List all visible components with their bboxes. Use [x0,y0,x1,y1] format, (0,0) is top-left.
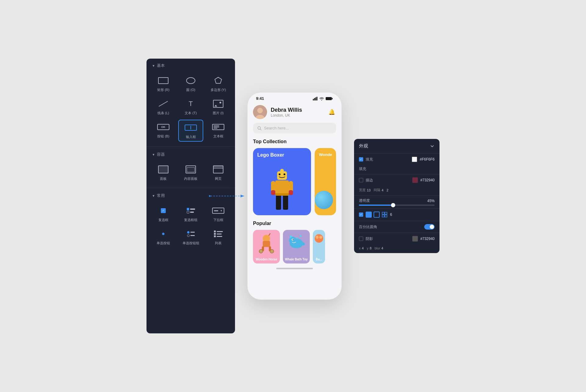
card-lego-title: Lego Boxer [257,152,284,158]
section-basic[interactable]: ▼ 基本 [146,59,235,71]
profile-row: Debra Willis London, UK 🔔 [253,102,336,123]
tool-image[interactable]: 图片 (I) [206,96,231,117]
radio-label: 单选按钮 [157,241,170,245]
section-basic-label: 基本 [157,63,165,68]
card-wonder-title: Wonde [319,152,332,157]
popular-section: Popular [253,221,336,263]
svg-point-32 [259,249,263,253]
svg-rect-8 [332,98,333,99]
fill-checkbox[interactable] [359,157,363,162]
top-collection-title: Top Collection [253,139,336,144]
svg-rect-45 [382,215,384,217]
square-icon[interactable] [366,212,372,218]
tool-checkbox-group[interactable]: 复选框组 [178,203,203,224]
tool-radio-group[interactable]: 单选按钮组 [178,227,203,247]
tool-textarea[interactable]: 文本框 [206,120,231,142]
collection-card-lego[interactable]: Lego Boxer [253,148,311,215]
tool-list[interactable]: 列表 [206,227,231,247]
tool-circle[interactable]: 圆 (O) [178,73,203,94]
radio-group-icon [184,228,197,239]
shadow-sub-props: x 4 y 8 blur 4 [354,245,440,253]
svg-point-10 [257,108,263,113]
checkbox-label: 复选框 [158,218,168,222]
svg-line-13 [260,129,262,130]
button-label: 按钮 (B) [157,134,169,139]
tool-polygon[interactable]: 多边形 (Y) [206,73,231,94]
tool-radio[interactable]: 单选按钮 [151,227,176,247]
corner-value: 6 [390,212,392,217]
panel-label: 面板 [160,176,167,181]
shadow-label: 阴影 [366,236,410,241]
textarea-icon [212,122,225,132]
tool-text[interactable]: T 文本 (T) [178,96,203,117]
fill-color-swatch[interactable] [412,157,417,162]
tool-panel[interactable]: 面板 [151,162,176,183]
shadow-checkbox[interactable] [359,237,363,241]
status-icons [313,97,333,100]
fill-value: #F6F6F6 [420,157,435,162]
rect-label: 矩形 (R) [157,88,169,92]
svg-rect-22 [289,190,293,195]
shadow-color-swatch[interactable] [412,236,418,241]
line-icon [157,98,170,109]
image-label: 图片 (I) [213,111,223,115]
popular-card-whale[interactable]: Whale Bath Toy [283,230,310,263]
webpage-label: 网页 [215,176,222,181]
phone-frame: 9:41 [247,92,342,300]
opacity-slider[interactable] [359,205,435,206]
stroke-checkbox[interactable] [359,178,363,182]
bell-icon[interactable]: 🔔 [327,108,336,116]
corner-checkbox[interactable] [359,212,363,217]
opacity-slider-thumb[interactable] [391,203,395,207]
svg-rect-6 [317,97,317,100]
home-indicator [276,268,313,269]
stroke-color-swatch[interactable] [412,177,418,183]
tool-line[interactable]: 线条 (L) [151,96,176,117]
svg-point-40 [315,234,323,243]
tool-button[interactable]: OK 按钮 (B) [151,120,176,142]
opacity-value: 45% [427,199,435,203]
stroke-sub-props: 宽度 13 间隔 4 2 [354,186,440,195]
phone-time: 9:41 [256,96,264,101]
circle-icon [184,75,197,86]
corner-icon[interactable] [374,212,380,218]
expand-icon[interactable] [382,212,388,218]
right-panel-title: 外观 [359,143,368,149]
percent-corner-toggle[interactable] [424,224,435,230]
tool-checkbox[interactable]: 复选框 [151,203,176,224]
svg-rect-5 [315,97,316,100]
chevron-down-icon[interactable] [430,144,435,149]
signal-icon [313,97,318,100]
stroke-gap-label: 间隔 [374,188,380,192]
svg-point-38 [290,235,292,238]
search-bar[interactable]: Search here... [253,123,336,133]
tool-content-panel[interactable]: 内容面板 [178,162,203,183]
input-icon [184,122,197,133]
chevron-icon-container: ▼ [152,153,155,156]
popular-row: Wooden Horse [253,230,336,263]
opacity-label: 透明度 [359,198,427,203]
popular-card-third[interactable]: Ba... [313,230,325,263]
text-label: 文本 (T) [185,111,197,115]
right-panel-header: 外观 [354,139,440,153]
opacity-row: 透明度 45% [354,196,440,208]
collection-card-wonder[interactable]: Wonde [315,148,336,215]
svg-rect-23 [276,194,281,210]
tool-input[interactable]: 输入框 [178,120,203,142]
tool-dropdown[interactable]: ▼ 下拉框 [206,203,231,224]
profile-location: London, UK [271,113,302,118]
svg-point-33 [270,249,274,253]
corner-row: 6 [354,209,440,221]
svg-marker-0 [215,77,222,83]
tool-webpage[interactable]: 网页 [206,162,231,183]
panel-icon [157,164,170,175]
section-container[interactable]: ▼ 容器 [146,147,235,160]
right-panel: 外观 填充 #F6F6F6 填充 描边 #732940 宽度 13 间隔 4 2 [354,139,440,253]
svg-line-31 [269,234,270,235]
content-panel-label: 内容面板 [184,176,197,181]
circle-label: 圆 (O) [186,88,195,92]
stroke-gap-value: 4 [382,188,383,192]
popular-card-horse[interactable]: Wooden Horse [253,230,280,263]
shadow-blur-value: 4 [382,246,383,250]
tool-rect[interactable]: 矩形 (R) [151,73,176,94]
